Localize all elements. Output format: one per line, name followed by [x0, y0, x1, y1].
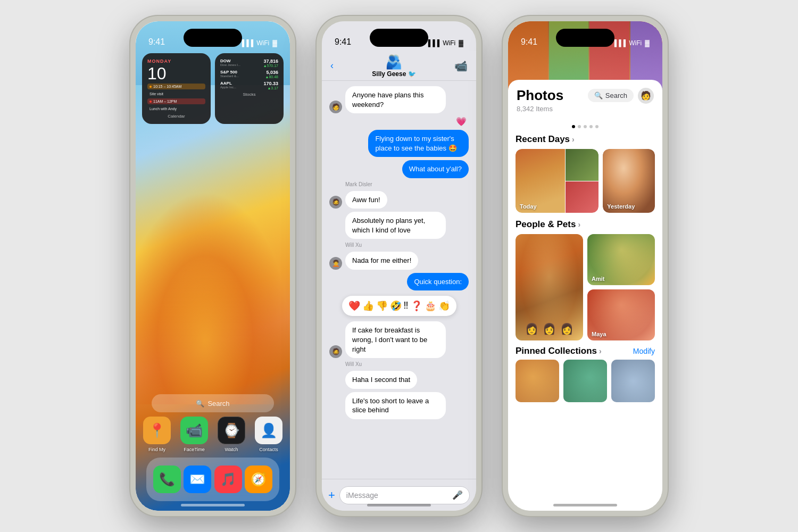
- people-pets-label: People & Pets: [516, 219, 576, 230]
- dot-2: [578, 125, 581, 128]
- tapback-row[interactable]: ❤️ 👍 👎 🤣 ‼️ ❓ 🎂 👏: [342, 296, 456, 316]
- amit-label: Amit: [592, 276, 604, 282]
- group-avatar-icon: 🫂: [385, 54, 402, 70]
- search-icon-home: 🔍: [196, 400, 204, 408]
- pinned-item-2[interactable]: [563, 360, 607, 402]
- signal-icon-2: ▐▐▐: [426, 39, 440, 47]
- recent-days-grid: Today Yesterday: [516, 149, 655, 213]
- messages-group-info[interactable]: 🫂 Silly Geese 🐦: [372, 54, 415, 78]
- tapback-exclaim[interactable]: ‼️: [404, 300, 409, 312]
- sender-will: Will Xu: [345, 242, 469, 248]
- msg-row-aww: 🧔 Aww fun!: [329, 191, 469, 209]
- messages-back-button[interactable]: ‹: [330, 60, 334, 71]
- group-person-1: 👩: [525, 322, 538, 335]
- pinned-grid: [516, 360, 655, 402]
- app-watch[interactable]: ⌚ Watch: [217, 417, 246, 452]
- microphone-icon: 🎤: [452, 490, 463, 500]
- msg-row-cake: 🧔 If cake for breakfast is wrong, I don'…: [329, 321, 469, 358]
- bottom-dock: 📞 ✉️ 🎵 🧭: [146, 458, 279, 501]
- recent-day-today[interactable]: Today: [516, 149, 598, 213]
- signal-icon-1: ▐▐▐: [240, 39, 254, 47]
- photos-header-controls: 🔍 Search 🧑: [588, 88, 654, 104]
- dock-music[interactable]: 🎵: [214, 466, 242, 493]
- people-pets-section-title: People & Pets ›: [516, 219, 655, 230]
- photos-title: Photos: [517, 87, 563, 104]
- tapback-cake[interactable]: 🎂: [425, 300, 436, 312]
- phone-1-home: 9:41 ▐▐▐ WiFi ▓ MONDAY 10 10:15 – 10:45A…: [130, 16, 295, 516]
- person-item-maya[interactable]: Maya: [587, 289, 655, 340]
- tapback-heart[interactable]: ❤️: [348, 300, 360, 312]
- recent-day-yesterday[interactable]: Yesterday: [603, 149, 655, 213]
- modify-button[interactable]: Modify: [633, 347, 655, 355]
- app-icons-row: 📍 Find My 📹 FaceTime ⌚ Watch 👤 Contacts: [142, 417, 284, 452]
- photos-title-area: Photos 🔍 Search 🧑 8,342 Items: [508, 80, 662, 128]
- msg-row-quick: Quick question:: [329, 273, 469, 291]
- tapback-thumbsdown[interactable]: 👎: [376, 300, 388, 312]
- recent-days-section-title: Recent Days ›: [516, 134, 655, 145]
- contacts-icon: 👤: [255, 417, 282, 444]
- status-time-2: 9:41: [335, 37, 351, 47]
- dock-mail[interactable]: ✉️: [184, 466, 211, 493]
- signal-icon-3: ▐▐▐: [612, 39, 626, 47]
- stocks-footer: Stocks: [220, 92, 278, 97]
- msg-row-sent-1: Flying down to my sister's place to see …: [329, 130, 469, 157]
- widget-stocks[interactable]: DOW Dow Jones I... 37,816 ▲570.17 S&P 50…: [215, 53, 284, 124]
- today-label: Today: [520, 203, 537, 210]
- photos-content: Recent Days › Today: [508, 128, 662, 511]
- msg-bubble-quick: Quick question:: [407, 273, 469, 291]
- tapback-thumbsup[interactable]: 👍: [362, 300, 374, 312]
- msg-bubble-nada: Nada for me either!: [345, 252, 418, 270]
- video-call-button[interactable]: 📹: [454, 60, 468, 72]
- status-time-3: 9:41: [521, 37, 537, 47]
- msg-bubble-cake: If cake for breakfast is wrong, I don't …: [345, 321, 446, 358]
- imessage-input-field[interactable]: iMessage 🎤: [339, 486, 470, 504]
- home-search-bar[interactable]: 🔍 Search: [152, 394, 274, 412]
- person-item-group[interactable]: 👩 👩 👩: [516, 234, 583, 340]
- msg-bubble-sent-2: What about y'all?: [402, 160, 469, 178]
- app-facetime[interactable]: 📹 FaceTime: [179, 417, 209, 452]
- dynamic-island-2: [370, 29, 428, 47]
- pinned-chevron: ›: [599, 347, 602, 355]
- dock-phone[interactable]: 📞: [153, 466, 181, 493]
- wifi-icon-3: WiFi: [629, 39, 642, 47]
- findmy-icon: 📍: [143, 417, 171, 444]
- app-findmy[interactable]: 📍 Find My: [142, 417, 172, 452]
- user-avatar-photos[interactable]: 🧑: [638, 88, 654, 104]
- dynamic-island-1: [184, 29, 242, 47]
- search-label-home: Search: [207, 400, 229, 408]
- cal-day: MONDAY: [147, 59, 205, 64]
- app-contacts[interactable]: 👤 Contacts: [254, 417, 284, 452]
- tapback-clap[interactable]: 👏: [438, 300, 450, 312]
- status-time-1: 9:41: [148, 37, 165, 47]
- cal-date: 10: [147, 65, 205, 82]
- avatar-will: 🧑‍🦱: [329, 257, 342, 270]
- tapback-laugh[interactable]: 🤣: [390, 300, 402, 312]
- avatar-1: 🧑: [329, 101, 342, 113]
- tapback-question[interactable]: ❓: [411, 300, 422, 312]
- msg-bubble-haha: Haha I second that: [345, 371, 417, 389]
- heart-reaction: 💗: [456, 117, 467, 127]
- msg-bubble-lifeshort: Life's too short to leave a slice behind: [345, 392, 446, 419]
- sender-will2: Will Xu: [345, 361, 469, 367]
- facetime-label: FaceTime: [184, 447, 205, 452]
- msg-bubble-noplans: Absolutely no plans yet, which I kind of…: [345, 212, 446, 239]
- msg-row-sent-2: What about y'all?: [329, 160, 469, 178]
- cal-footer: Calendar: [147, 114, 205, 119]
- pinned-item-1[interactable]: [516, 360, 559, 402]
- msg-row-lifeshort: Life's too short to leave a slice behind: [329, 392, 469, 419]
- pinned-label: Pinned Collections: [516, 346, 597, 356]
- pinned-item-3[interactable]: [611, 360, 655, 402]
- recent-days-chevron: ›: [572, 135, 575, 144]
- dot-3: [584, 125, 587, 128]
- input-plus-button[interactable]: +: [328, 488, 335, 502]
- home-indicator-2: [367, 504, 431, 506]
- person-item-amit[interactable]: Amit: [587, 234, 655, 285]
- msg-row-1: 🧑 Anyone have plans this weekend?: [329, 86, 469, 113]
- dock-safari[interactable]: 🧭: [245, 466, 272, 493]
- messages-header: ‹ 🫂 Silly Geese 🐦 📹: [322, 51, 476, 81]
- photos-search-button[interactable]: 🔍 Search: [588, 89, 634, 102]
- sender-mark: Mark Disler: [345, 181, 469, 187]
- widget-calendar[interactable]: MONDAY 10 10:15 – 10:45AM Site visit 11A…: [142, 53, 211, 124]
- dot-1: [572, 125, 575, 128]
- msg-bubble-1: Anyone have plans this weekend?: [345, 86, 446, 113]
